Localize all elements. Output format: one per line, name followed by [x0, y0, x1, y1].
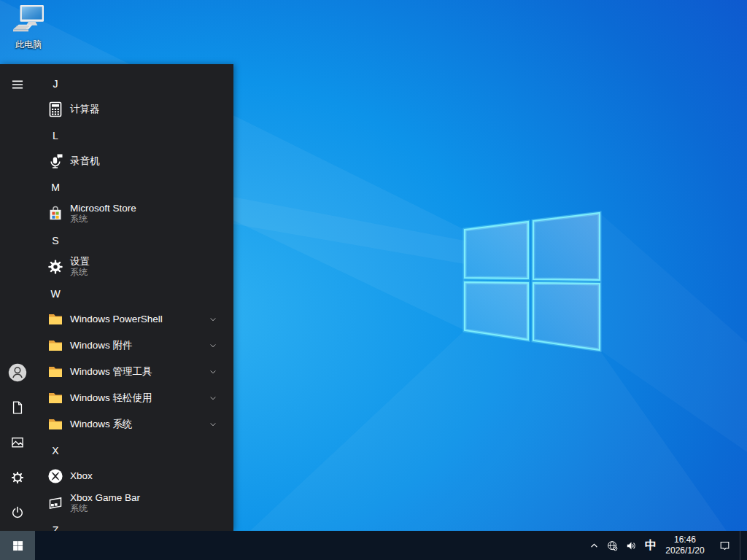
start-menu: J计算器L录音机MMicrosoft Store系统S设置系统WWindows … — [0, 64, 233, 531]
start-menu-app-list: J计算器L录音机MMicrosoft Store系统S设置系统WWindows … — [35, 64, 233, 531]
folder-icon — [47, 389, 64, 407]
app-label: 录音机 — [70, 155, 100, 167]
app-label: Windows 系统 — [70, 419, 133, 430]
action-center-button[interactable] — [709, 531, 740, 560]
app-text: Xbox Game Bar系统 — [70, 492, 140, 513]
clock-time: 16:46 — [674, 534, 696, 545]
section-letter-M[interactable]: M — [35, 174, 233, 200]
desktop-icon-this-pc[interactable]: 此电脑 — [7, 4, 50, 51]
chevron-down-icon — [209, 368, 217, 376]
section-letter-W[interactable]: W — [35, 281, 233, 306]
chevron-down-icon — [209, 420, 217, 429]
ime-indicator[interactable]: 中 — [640, 531, 661, 560]
folder-icon — [47, 416, 64, 433]
speaker-icon — [625, 540, 638, 552]
power-icon — [10, 505, 25, 520]
app-sublabel: 系统 — [70, 268, 90, 278]
this-pc-icon — [12, 4, 45, 35]
clock-date: 2026/1/20 — [665, 545, 704, 556]
show-desktop-button[interactable] — [740, 531, 747, 560]
network-status-button[interactable] — [603, 531, 622, 560]
section-letter-X[interactable]: X — [35, 438, 233, 463]
start-menu-item[interactable]: Microsoft Store系统 — [35, 200, 233, 228]
start-menu-item[interactable]: Xbox — [35, 463, 233, 489]
ime-label: 中 — [645, 538, 657, 553]
start-menu-item[interactable]: 计算器 — [35, 96, 233, 122]
app-label: Windows 附件 — [70, 340, 133, 351]
gear-icon — [47, 258, 64, 276]
section-letter-L[interactable]: L — [35, 122, 233, 148]
app-label: Microsoft Store — [70, 203, 136, 214]
start-menu-item[interactable]: Windows 管理工具 — [35, 359, 233, 385]
app-label: 设置 — [70, 256, 90, 268]
start-menu-item[interactable]: Xbox Game Bar系统 — [35, 489, 233, 517]
action-center-icon — [719, 540, 731, 552]
store-icon — [47, 205, 64, 222]
xbox-icon — [47, 467, 64, 485]
folder-icon — [47, 363, 64, 381]
section-letter-label: W — [47, 288, 64, 300]
start-button[interactable] — [0, 531, 35, 560]
rail-button-menu[interactable] — [0, 67, 35, 102]
folder-icon — [47, 337, 64, 354]
section-letter-label: Z — [47, 524, 64, 532]
start-menu-rail — [0, 64, 35, 531]
rail-spacer — [0, 102, 35, 355]
chevron-down-icon — [209, 394, 217, 402]
document-icon — [10, 400, 25, 415]
section-letter-Z[interactable]: Z — [35, 517, 233, 531]
app-text: Microsoft Store系统 — [70, 203, 136, 224]
rail-button-settings[interactable] — [0, 460, 35, 495]
windows-logo-icon — [12, 540, 24, 552]
globe-no-internet-icon — [606, 540, 619, 552]
app-text: 录音机 — [70, 155, 100, 167]
app-label: Xbox Game Bar — [70, 492, 140, 504]
section-letter-label: S — [47, 235, 64, 246]
app-text: 计算器 — [70, 104, 100, 115]
rail-button-user[interactable] — [0, 355, 35, 390]
xbox-gamebar-icon — [47, 494, 64, 512]
calculator-icon — [47, 101, 64, 118]
show-hidden-icons-button[interactable] — [585, 531, 603, 560]
app-text: 设置系统 — [70, 256, 90, 277]
section-letter-label: M — [47, 182, 64, 193]
start-menu-item[interactable]: Windows 附件 — [35, 332, 233, 359]
chevron-down-icon — [209, 315, 217, 324]
app-text: Windows 系统 — [70, 419, 133, 430]
user-icon — [7, 362, 28, 384]
system-tray: 中 16:46 2026/1/20 — [585, 531, 747, 560]
gear-outline-icon — [10, 470, 25, 485]
app-label: Xbox — [70, 470, 93, 482]
section-letter-J[interactable]: J — [35, 71, 233, 96]
section-letter-label: J — [47, 78, 64, 90]
clock[interactable]: 16:46 2026/1/20 — [661, 531, 709, 560]
app-text: Windows 轻松使用 — [70, 392, 152, 404]
rail-button-pictures[interactable] — [0, 425, 35, 460]
section-letter-label: X — [47, 445, 64, 456]
start-menu-item[interactable]: 录音机 — [35, 148, 233, 174]
app-text: Windows PowerShell — [70, 314, 163, 325]
app-text: Xbox — [70, 470, 93, 482]
section-letter-S[interactable]: S — [35, 228, 233, 253]
rail-button-power[interactable] — [0, 495, 35, 530]
app-text: Windows 附件 — [70, 340, 133, 351]
start-menu-item[interactable]: Windows 系统 — [35, 411, 233, 438]
taskbar: 中 16:46 2026/1/20 — [0, 531, 747, 560]
rail-button-documents[interactable] — [0, 390, 35, 425]
taskbar-empty-area — [35, 531, 585, 560]
start-menu-item[interactable]: Windows 轻松使用 — [35, 385, 233, 411]
start-menu-item[interactable]: Windows PowerShell — [35, 306, 233, 332]
app-label: Windows 轻松使用 — [70, 392, 152, 404]
voice-recorder-icon — [47, 152, 64, 170]
app-sublabel: 系统 — [70, 504, 140, 514]
volume-button[interactable] — [622, 531, 640, 560]
hamburger-icon — [10, 77, 25, 92]
start-menu-item[interactable]: 设置系统 — [35, 253, 233, 281]
pictures-icon — [10, 435, 25, 450]
app-text: Windows 管理工具 — [70, 366, 152, 378]
chevron-down-icon — [209, 341, 217, 350]
app-label: 计算器 — [70, 104, 100, 115]
chevron-up-icon — [588, 540, 600, 552]
app-sublabel: 系统 — [70, 214, 136, 225]
app-label: Windows 管理工具 — [70, 366, 152, 378]
